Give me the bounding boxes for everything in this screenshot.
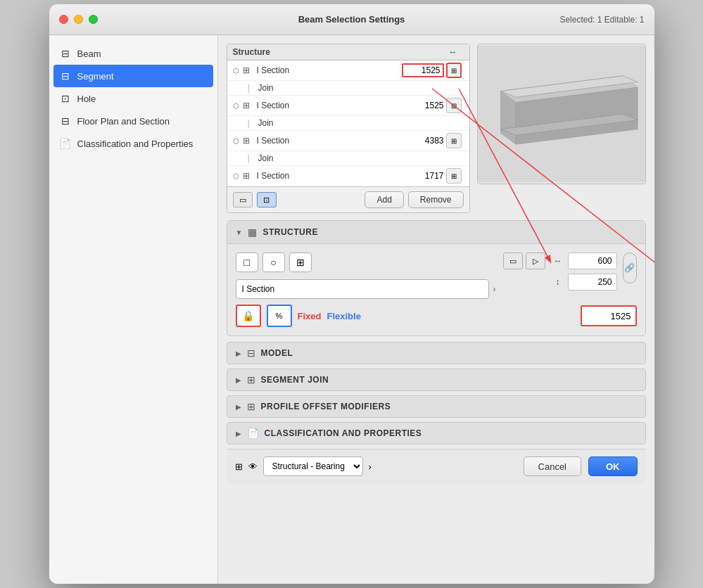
row-name: I Section — [257, 136, 402, 146]
add-button[interactable]: Add — [365, 191, 403, 208]
sidebar-item-floor-plan[interactable]: ⊟ Floor Plan and Section — [49, 110, 217, 132]
profile-offset-header[interactable]: ▶ ⊞ PROFILE OFFSET MODIFIERS — [227, 396, 645, 417]
structure-section-body: □ ○ ⊞ I Section › — [227, 244, 645, 335]
table-row[interactable]: │ Join — [227, 116, 469, 131]
flexible-label: Flexible — [327, 311, 360, 321]
segment-join-title: SEGMENT JOIN — [261, 375, 329, 385]
view-btn-rect[interactable]: ▭ — [503, 253, 523, 269]
top-area: Structure ↔ ⬡ ⊞ I Section 1525 ⊞ — [227, 44, 646, 213]
model-section-header[interactable]: ▶ ⊟ MODEL — [227, 343, 645, 364]
ok-button[interactable]: OK — [588, 456, 638, 476]
section-settings-icon[interactable]: ⊞ — [446, 98, 462, 113]
table-row[interactable]: ⬡ ⊞ I Section 1525 ⊞ — [227, 60, 469, 81]
maximize-button[interactable] — [89, 15, 98, 24]
table-row[interactable]: ⬡ ⊞ I Section 1717 ⊞ — [227, 166, 469, 186]
expand-icon[interactable]: ⬡ — [233, 137, 243, 145]
width-icon: ↔ — [551, 254, 565, 268]
rect-shape-btn[interactable]: □ — [236, 253, 258, 272]
sidebar-item-label: Segment — [77, 71, 114, 82]
row-value[interactable]: 1525 — [402, 101, 444, 110]
model-triangle: ▶ — [236, 350, 241, 357]
table-row[interactable]: ⬡ ⊞ I Section 1525 ⊞ — [227, 96, 469, 116]
segment-join-header[interactable]: ▶ ⊞ SEGMENT JOIN — [227, 369, 645, 390]
fixed-button[interactable]: 🔒 — [236, 305, 261, 327]
cancel-button[interactable]: Cancel — [524, 456, 581, 476]
flexible-button[interactable]: % — [267, 305, 292, 327]
link-proportions-icon[interactable]: 🔗 — [623, 253, 637, 283]
structural-select[interactable]: Structural - Bearing — [263, 456, 363, 476]
sidebar-item-classification[interactable]: 📄 Classification and Properties — [49, 132, 217, 155]
select-arrow-icon: › — [493, 284, 496, 294]
row-name: Join — [258, 83, 402, 93]
section-settings-icon[interactable]: ⊞ — [446, 63, 462, 78]
structure-right: ▭ ▷ ↔ ↕ — [503, 253, 637, 290]
table-icon-btn-2[interactable]: ⊡ — [257, 192, 277, 207]
section-type-select[interactable]: I Section — [236, 279, 489, 299]
height-icon: ↕ — [551, 275, 565, 289]
flexible-icon: % — [276, 312, 283, 320]
section-icon: ⊞ — [243, 101, 257, 110]
row-action[interactable]: ⊞ — [444, 168, 464, 184]
row-value[interactable]: 1525 — [402, 63, 444, 77]
structure-section-header[interactable]: ▼ ▦ STRUCTURE — [227, 221, 645, 244]
beam-icon: ⊟ — [59, 47, 72, 60]
row-name: Join — [258, 118, 402, 128]
col-icon-header: ↔ — [443, 47, 464, 57]
width-row: ↔ — [551, 253, 617, 269]
row-action[interactable]: ⊞ — [444, 98, 464, 113]
row-value[interactable]: 1717 — [402, 171, 444, 181]
segment-join-section: ▶ ⊞ SEGMENT JOIN — [227, 369, 646, 391]
width-input[interactable] — [568, 253, 617, 269]
classification-props-title: CLASSIFICATION AND PROPERTIES — [265, 428, 422, 438]
sidebar-item-beam[interactable]: ⊟ Beam — [49, 42, 217, 65]
classification-icon: 📄 — [247, 428, 259, 439]
row-value[interactable]: 4383 — [402, 136, 444, 146]
expand-icon[interactable]: ⬡ — [233, 172, 243, 180]
height-input[interactable] — [568, 274, 617, 290]
section-icon: ⊞ — [243, 171, 257, 181]
table-toolbar: ▭ ⊡ Add Remove — [227, 186, 469, 212]
minimize-button[interactable] — [74, 15, 83, 24]
table-header: Structure ↔ — [227, 44, 469, 60]
preview-box — [477, 44, 646, 184]
structure-section: ▼ ▦ STRUCTURE □ ○ ⊞ — [227, 220, 646, 336]
titlebar: Beam Selection Settings Selected: 1 Edit… — [49, 4, 654, 35]
row-action[interactable]: ⊞ — [444, 63, 464, 78]
i-shape-btn[interactable]: ⊞ — [289, 253, 312, 272]
hole-icon: ⊡ — [59, 92, 72, 105]
floor-plan-icon: ⊟ — [59, 115, 72, 127]
row-action[interactable]: ⊞ — [444, 133, 464, 148]
classification-header[interactable]: ▶ 📄 CLASSIFICATION AND PROPERTIES — [227, 423, 645, 444]
circle-shape-btn[interactable]: ○ — [262, 253, 285, 272]
section-settings-icon[interactable]: ⊞ — [446, 133, 462, 148]
expand-icon[interactable]: ⬡ — [233, 67, 243, 75]
view-buttons: ▭ ▷ — [503, 253, 545, 269]
table-icon-btn-1[interactable]: ▭ — [233, 192, 253, 207]
section-settings-icon[interactable]: ⊞ — [446, 168, 462, 184]
indent: │ — [247, 84, 258, 92]
model-icon: ⊟ — [247, 347, 255, 359]
table-row[interactable]: ⬡ ⊞ I Section 4383 ⊞ — [227, 131, 469, 151]
view-btn-arrow[interactable]: ▷ — [526, 253, 545, 269]
dialog-window: Beam Selection Settings Selected: 1 Edit… — [49, 4, 654, 584]
length-input[interactable] — [581, 305, 637, 326]
table-row[interactable]: │ Join — [227, 151, 469, 166]
segment-join-triangle: ▶ — [236, 376, 241, 384]
expand-icon[interactable]: ⬡ — [233, 102, 243, 110]
close-button[interactable] — [59, 15, 68, 24]
structure-section-title: STRUCTURE — [262, 227, 318, 237]
height-row: ↕ — [551, 274, 617, 290]
table-row[interactable]: │ Join — [227, 81, 469, 96]
remove-button[interactable]: Remove — [408, 191, 464, 208]
sidebar-item-segment[interactable]: ⊟ Segment — [53, 65, 213, 87]
profile-offset-section: ▶ ⊞ PROFILE OFFSET MODIFIERS — [227, 395, 646, 418]
fixed-icon: 🔒 — [242, 310, 254, 321]
row-name: I Section — [257, 171, 402, 181]
dimensions-column: ↔ ↕ — [551, 253, 617, 290]
structural-arrow-icon: › — [369, 461, 372, 472]
model-title: MODEL — [261, 348, 293, 358]
sidebar-item-hole[interactable]: ⊡ Hole — [49, 87, 217, 110]
section-select-row: I Section › — [236, 279, 496, 299]
segment-join-icon: ⊞ — [247, 374, 255, 385]
row-name: Join — [258, 153, 402, 163]
